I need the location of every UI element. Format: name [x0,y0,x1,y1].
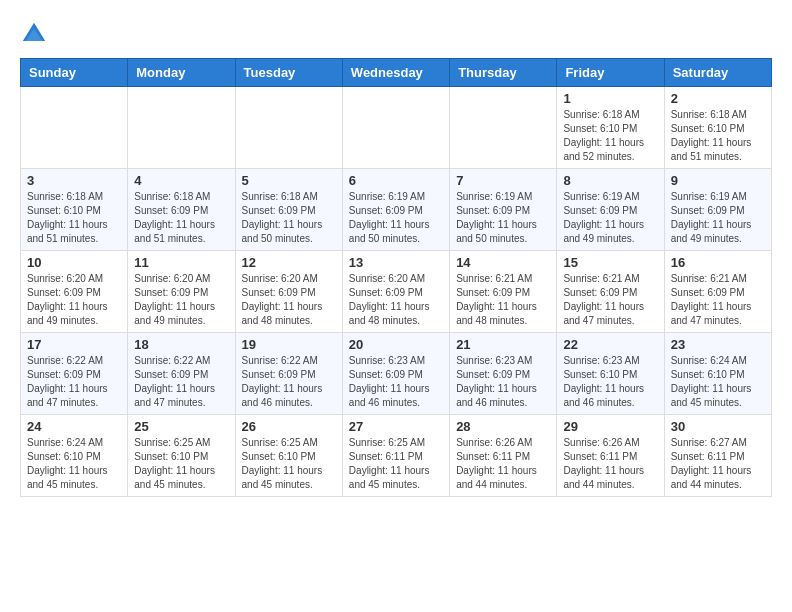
day-number: 20 [349,337,443,352]
calendar-cell: 24Sunrise: 6:24 AM Sunset: 6:10 PM Dayli… [21,415,128,497]
calendar-cell: 8Sunrise: 6:19 AM Sunset: 6:09 PM Daylig… [557,169,664,251]
calendar-cell: 26Sunrise: 6:25 AM Sunset: 6:10 PM Dayli… [235,415,342,497]
day-number: 18 [134,337,228,352]
day-header-friday: Friday [557,59,664,87]
day-header-wednesday: Wednesday [342,59,449,87]
day-detail: Sunrise: 6:21 AM Sunset: 6:09 PM Dayligh… [456,272,550,328]
day-detail: Sunrise: 6:19 AM Sunset: 6:09 PM Dayligh… [671,190,765,246]
calendar-cell: 3Sunrise: 6:18 AM Sunset: 6:10 PM Daylig… [21,169,128,251]
day-number: 22 [563,337,657,352]
day-detail: Sunrise: 6:19 AM Sunset: 6:09 PM Dayligh… [456,190,550,246]
day-number: 28 [456,419,550,434]
calendar-cell: 29Sunrise: 6:26 AM Sunset: 6:11 PM Dayli… [557,415,664,497]
day-detail: Sunrise: 6:25 AM Sunset: 6:10 PM Dayligh… [134,436,228,492]
calendar-cell: 5Sunrise: 6:18 AM Sunset: 6:09 PM Daylig… [235,169,342,251]
day-number: 17 [27,337,121,352]
calendar-cell: 20Sunrise: 6:23 AM Sunset: 6:09 PM Dayli… [342,333,449,415]
calendar-cell: 17Sunrise: 6:22 AM Sunset: 6:09 PM Dayli… [21,333,128,415]
day-number: 2 [671,91,765,106]
calendar-cell: 11Sunrise: 6:20 AM Sunset: 6:09 PM Dayli… [128,251,235,333]
day-detail: Sunrise: 6:18 AM Sunset: 6:10 PM Dayligh… [563,108,657,164]
day-number: 12 [242,255,336,270]
day-number: 29 [563,419,657,434]
day-number: 24 [27,419,121,434]
calendar-cell [235,87,342,169]
day-header-thursday: Thursday [450,59,557,87]
day-header-monday: Monday [128,59,235,87]
calendar-cell [21,87,128,169]
day-detail: Sunrise: 6:20 AM Sunset: 6:09 PM Dayligh… [134,272,228,328]
day-number: 30 [671,419,765,434]
day-header-tuesday: Tuesday [235,59,342,87]
day-detail: Sunrise: 6:22 AM Sunset: 6:09 PM Dayligh… [134,354,228,410]
day-detail: Sunrise: 6:21 AM Sunset: 6:09 PM Dayligh… [671,272,765,328]
calendar-cell: 4Sunrise: 6:18 AM Sunset: 6:09 PM Daylig… [128,169,235,251]
day-number: 4 [134,173,228,188]
calendar-cell: 7Sunrise: 6:19 AM Sunset: 6:09 PM Daylig… [450,169,557,251]
day-detail: Sunrise: 6:18 AM Sunset: 6:10 PM Dayligh… [27,190,121,246]
calendar-cell: 16Sunrise: 6:21 AM Sunset: 6:09 PM Dayli… [664,251,771,333]
day-number: 3 [27,173,121,188]
day-number: 23 [671,337,765,352]
calendar-week-3: 10Sunrise: 6:20 AM Sunset: 6:09 PM Dayli… [21,251,772,333]
logo-icon [20,20,48,48]
day-header-sunday: Sunday [21,59,128,87]
day-detail: Sunrise: 6:20 AM Sunset: 6:09 PM Dayligh… [349,272,443,328]
calendar-week-5: 24Sunrise: 6:24 AM Sunset: 6:10 PM Dayli… [21,415,772,497]
day-number: 14 [456,255,550,270]
calendar-cell [450,87,557,169]
day-detail: Sunrise: 6:24 AM Sunset: 6:10 PM Dayligh… [27,436,121,492]
calendar-cell: 21Sunrise: 6:23 AM Sunset: 6:09 PM Dayli… [450,333,557,415]
day-number: 8 [563,173,657,188]
day-detail: Sunrise: 6:18 AM Sunset: 6:10 PM Dayligh… [671,108,765,164]
day-detail: Sunrise: 6:24 AM Sunset: 6:10 PM Dayligh… [671,354,765,410]
day-number: 11 [134,255,228,270]
calendar-cell: 9Sunrise: 6:19 AM Sunset: 6:09 PM Daylig… [664,169,771,251]
day-detail: Sunrise: 6:19 AM Sunset: 6:09 PM Dayligh… [563,190,657,246]
calendar-cell: 30Sunrise: 6:27 AM Sunset: 6:11 PM Dayli… [664,415,771,497]
day-number: 6 [349,173,443,188]
day-number: 25 [134,419,228,434]
day-detail: Sunrise: 6:26 AM Sunset: 6:11 PM Dayligh… [456,436,550,492]
calendar-cell: 15Sunrise: 6:21 AM Sunset: 6:09 PM Dayli… [557,251,664,333]
calendar-cell: 19Sunrise: 6:22 AM Sunset: 6:09 PM Dayli… [235,333,342,415]
day-number: 19 [242,337,336,352]
logo [20,20,52,48]
day-number: 5 [242,173,336,188]
day-number: 26 [242,419,336,434]
day-detail: Sunrise: 6:21 AM Sunset: 6:09 PM Dayligh… [563,272,657,328]
calendar-cell: 13Sunrise: 6:20 AM Sunset: 6:09 PM Dayli… [342,251,449,333]
day-detail: Sunrise: 6:23 AM Sunset: 6:09 PM Dayligh… [456,354,550,410]
day-detail: Sunrise: 6:22 AM Sunset: 6:09 PM Dayligh… [242,354,336,410]
calendar-cell: 2Sunrise: 6:18 AM Sunset: 6:10 PM Daylig… [664,87,771,169]
calendar-cell: 14Sunrise: 6:21 AM Sunset: 6:09 PM Dayli… [450,251,557,333]
calendar-week-2: 3Sunrise: 6:18 AM Sunset: 6:10 PM Daylig… [21,169,772,251]
day-number: 7 [456,173,550,188]
calendar-week-1: 1Sunrise: 6:18 AM Sunset: 6:10 PM Daylig… [21,87,772,169]
day-detail: Sunrise: 6:18 AM Sunset: 6:09 PM Dayligh… [134,190,228,246]
calendar-cell: 1Sunrise: 6:18 AM Sunset: 6:10 PM Daylig… [557,87,664,169]
calendar-cell: 12Sunrise: 6:20 AM Sunset: 6:09 PM Dayli… [235,251,342,333]
day-number: 27 [349,419,443,434]
day-number: 15 [563,255,657,270]
day-detail: Sunrise: 6:20 AM Sunset: 6:09 PM Dayligh… [242,272,336,328]
calendar-cell: 18Sunrise: 6:22 AM Sunset: 6:09 PM Dayli… [128,333,235,415]
day-detail: Sunrise: 6:26 AM Sunset: 6:11 PM Dayligh… [563,436,657,492]
day-header-saturday: Saturday [664,59,771,87]
day-number: 10 [27,255,121,270]
calendar: SundayMondayTuesdayWednesdayThursdayFrid… [20,58,772,497]
calendar-cell: 22Sunrise: 6:23 AM Sunset: 6:10 PM Dayli… [557,333,664,415]
day-number: 13 [349,255,443,270]
day-detail: Sunrise: 6:25 AM Sunset: 6:10 PM Dayligh… [242,436,336,492]
calendar-cell [342,87,449,169]
calendar-cell: 27Sunrise: 6:25 AM Sunset: 6:11 PM Dayli… [342,415,449,497]
day-detail: Sunrise: 6:22 AM Sunset: 6:09 PM Dayligh… [27,354,121,410]
calendar-cell: 28Sunrise: 6:26 AM Sunset: 6:11 PM Dayli… [450,415,557,497]
day-number: 21 [456,337,550,352]
calendar-cell: 6Sunrise: 6:19 AM Sunset: 6:09 PM Daylig… [342,169,449,251]
page-header [20,20,772,48]
day-number: 16 [671,255,765,270]
calendar-week-4: 17Sunrise: 6:22 AM Sunset: 6:09 PM Dayli… [21,333,772,415]
day-detail: Sunrise: 6:19 AM Sunset: 6:09 PM Dayligh… [349,190,443,246]
day-detail: Sunrise: 6:18 AM Sunset: 6:09 PM Dayligh… [242,190,336,246]
